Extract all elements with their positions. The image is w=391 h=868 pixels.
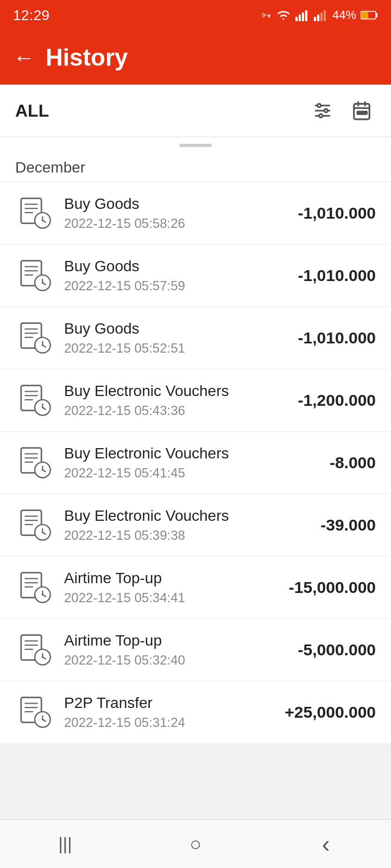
scroll-handle-bar — [179, 144, 212, 147]
filter-row: ALL — [0, 85, 391, 137]
transaction-title: Buy Electronic Vouchers — [64, 445, 267, 462]
transaction-icon — [15, 194, 53, 232]
svg-rect-10 — [376, 13, 377, 17]
back-button[interactable]: ← — [13, 47, 35, 68]
transaction-amount: -1,010.000 — [267, 204, 376, 222]
transaction-icon — [15, 506, 53, 544]
svg-point-14 — [318, 104, 321, 107]
transaction-item[interactable]: Buy Goods2022-12-15 05:57:59-1,010.000 — [0, 244, 391, 307]
transaction-item[interactable]: Airtime Top-up2022-12-15 05:32:40-5,000.… — [0, 618, 391, 681]
svg-point-79 — [42, 594, 43, 596]
calendar-icon — [351, 100, 372, 121]
svg-rect-2 — [302, 12, 304, 21]
svg-rect-5 — [317, 15, 319, 21]
filter-all-label[interactable]: ALL — [15, 101, 49, 121]
transaction-date: 2022-12-15 05:52:51 — [64, 341, 267, 356]
filter-icons — [308, 97, 376, 125]
transaction-details: Airtime Top-up2022-12-15 05:34:41 — [64, 570, 267, 605]
transaction-item[interactable]: Buy Electronic Vouchers2022-12-15 05:41:… — [0, 431, 391, 494]
svg-point-55 — [42, 407, 43, 409]
nav-menu-button[interactable]: ||| — [43, 828, 87, 860]
svg-rect-21 — [357, 112, 360, 114]
filter-options-button[interactable] — [308, 97, 337, 125]
transaction-item[interactable]: P2P Transfer2022-12-15 05:31:24+25,000.0… — [0, 681, 391, 743]
transaction-title: Buy Goods — [64, 195, 267, 213]
transaction-icon — [15, 631, 53, 669]
transaction-title: Buy Electronic Vouchers — [64, 382, 267, 400]
transaction-details: Buy Goods2022-12-15 05:52:51 — [64, 320, 267, 356]
app-bar: ← History — [0, 30, 391, 85]
transaction-amount: -15,000.000 — [267, 578, 376, 597]
nav-home-button[interactable]: ○ — [174, 828, 217, 860]
svg-rect-9 — [361, 12, 368, 18]
transaction-date: 2022-12-15 05:31:24 — [64, 715, 267, 730]
svg-rect-3 — [305, 10, 307, 21]
transaction-item[interactable]: Airtime Top-up2022-12-15 05:34:41-15,000… — [0, 556, 391, 618]
key-icon: 🗝 — [262, 10, 272, 21]
svg-point-87 — [42, 656, 43, 658]
transaction-item[interactable]: Buy Goods2022-12-15 05:58:26-1,010.000 — [0, 182, 391, 244]
signal-icon — [295, 9, 310, 21]
transaction-details: Buy Electronic Vouchers2022-12-15 05:41:… — [64, 445, 267, 481]
signal-icon2 — [314, 9, 328, 21]
svg-rect-0 — [295, 17, 298, 21]
battery-text: 44% — [332, 8, 356, 22]
transaction-item[interactable]: Buy Goods2022-12-15 05:52:51-1,010.000 — [0, 307, 391, 369]
svg-rect-1 — [299, 15, 301, 21]
transaction-details: Buy Goods2022-12-15 05:57:59 — [64, 258, 267, 293]
transaction-title: Airtime Top-up — [64, 632, 267, 649]
transaction-details: Buy Goods2022-12-15 05:58:26 — [64, 195, 267, 231]
transaction-amount: -39.000 — [267, 516, 376, 534]
svg-rect-7 — [324, 10, 326, 21]
transaction-details: Buy Electronic Vouchers2022-12-15 05:43:… — [64, 382, 267, 418]
svg-point-47 — [42, 344, 43, 346]
svg-point-63 — [42, 469, 43, 471]
transaction-amount: -1,010.000 — [267, 329, 376, 347]
svg-point-95 — [42, 719, 43, 720]
svg-rect-22 — [361, 112, 363, 114]
status-bar: 12:29 🗝 44% — [0, 0, 391, 30]
transaction-amount: -1,200.000 — [267, 391, 376, 410]
svg-rect-23 — [364, 112, 367, 114]
month-header: December — [0, 149, 391, 182]
transaction-icon — [15, 381, 53, 419]
sliders-icon — [312, 100, 333, 121]
transaction-details: P2P Transfer2022-12-15 05:31:24 — [64, 694, 267, 730]
transaction-icon — [15, 569, 53, 607]
svg-point-31 — [42, 220, 43, 221]
page-title: History — [46, 44, 128, 71]
transaction-date: 2022-12-15 05:58:26 — [64, 216, 267, 231]
transaction-list: Buy Goods2022-12-15 05:58:26-1,010.000 B… — [0, 182, 391, 743]
back-icon: ‹ — [322, 831, 330, 858]
svg-point-16 — [319, 114, 323, 117]
svg-point-71 — [42, 532, 43, 533]
svg-point-39 — [42, 282, 43, 284]
transaction-date: 2022-12-15 05:39:38 — [64, 528, 267, 543]
status-time: 12:29 — [13, 7, 50, 24]
svg-rect-4 — [314, 17, 316, 21]
transaction-amount: +25,000.000 — [267, 703, 376, 722]
transaction-amount: -1,010.000 — [267, 266, 376, 285]
transaction-title: Buy Goods — [64, 320, 267, 337]
transaction-icon — [15, 693, 53, 731]
transaction-amount: -8.000 — [267, 454, 376, 472]
transaction-icon — [15, 257, 53, 295]
home-icon: ○ — [190, 833, 201, 856]
transaction-icon — [15, 444, 53, 482]
calendar-button[interactable] — [348, 97, 376, 125]
transaction-date: 2022-12-15 05:32:40 — [64, 653, 267, 668]
transaction-date: 2022-12-15 05:41:45 — [64, 465, 267, 481]
transaction-icon — [15, 319, 53, 357]
transaction-amount: -5,000.000 — [267, 641, 376, 659]
scroll-handle — [0, 137, 391, 149]
bottom-navigation: ||| ○ ‹ — [0, 819, 391, 868]
transaction-date: 2022-12-15 05:34:41 — [64, 590, 267, 605]
nav-back-button[interactable]: ‹ — [304, 828, 348, 860]
transaction-item[interactable]: Buy Electronic Vouchers2022-12-15 05:43:… — [0, 369, 391, 431]
wifi-icon — [276, 9, 291, 21]
transaction-title: Airtime Top-up — [64, 570, 267, 587]
transaction-title: Buy Electronic Vouchers — [64, 507, 267, 525]
battery-icon — [361, 10, 378, 20]
transaction-item[interactable]: Buy Electronic Vouchers2022-12-15 05:39:… — [0, 494, 391, 556]
svg-rect-6 — [320, 12, 323, 21]
